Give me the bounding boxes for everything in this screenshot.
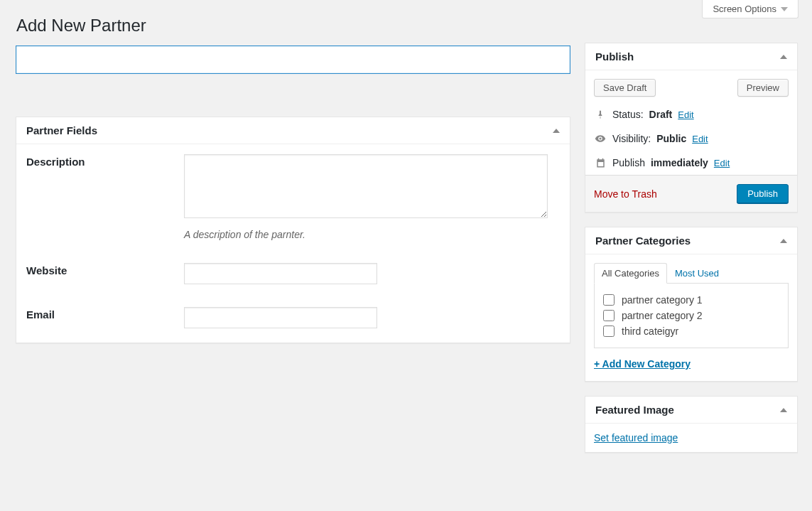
category-item[interactable]: partner category 1 xyxy=(603,292,779,308)
status-row: Status: Draft Edit xyxy=(585,102,797,127)
collapse-icon[interactable] xyxy=(553,129,560,133)
status-value: Draft xyxy=(649,109,673,120)
screen-options-label: Screen Options xyxy=(713,4,776,14)
collapse-icon[interactable] xyxy=(780,408,787,412)
move-to-trash-link[interactable]: Move to Trash xyxy=(594,188,657,200)
category-item[interactable]: partner category 2 xyxy=(603,308,779,323)
email-input[interactable] xyxy=(184,307,377,328)
preview-button[interactable]: Preview xyxy=(737,79,789,97)
category-label: partner category 2 xyxy=(622,310,703,321)
status-label: Status: xyxy=(612,109,644,120)
partner-fields-header: Partner Fields xyxy=(16,117,570,144)
visibility-row: Visibility: Public Edit xyxy=(585,127,797,151)
categories-tabs: All Categories Most Used xyxy=(585,254,797,284)
post-title-input[interactable] xyxy=(16,45,570,74)
partner-fields-heading: Partner Fields xyxy=(26,124,97,136)
featured-image-panel: Featured Image Set featured image xyxy=(585,396,798,453)
partner-fields-panel: Partner Fields Description A description… xyxy=(16,117,570,343)
categories-list: partner category 1 partner category 2 th… xyxy=(594,283,789,348)
category-checkbox[interactable] xyxy=(603,326,615,337)
chevron-down-icon xyxy=(781,7,788,11)
category-label: third cateigyr xyxy=(622,326,678,337)
schedule-value: immediately xyxy=(651,157,708,168)
publish-button[interactable]: Publish xyxy=(737,184,789,203)
collapse-icon[interactable] xyxy=(780,55,787,59)
screen-options-toggle[interactable]: Screen Options xyxy=(702,0,799,18)
pin-icon xyxy=(594,108,607,121)
visibility-value: Public xyxy=(656,133,686,144)
calendar-icon xyxy=(594,156,607,169)
category-checkbox[interactable] xyxy=(603,294,615,306)
email-label: Email xyxy=(26,307,184,328)
publish-header: Publish xyxy=(585,43,797,70)
featured-image-header: Featured Image xyxy=(585,397,797,424)
eye-icon xyxy=(594,132,607,145)
status-edit-link[interactable]: Edit xyxy=(678,109,693,120)
collapse-icon[interactable] xyxy=(780,239,787,243)
description-label: Description xyxy=(26,154,184,240)
description-textarea[interactable] xyxy=(184,154,548,218)
set-featured-image-link[interactable]: Set featured image xyxy=(585,424,797,452)
category-label: partner category 1 xyxy=(622,294,703,306)
tab-most-used[interactable]: Most Used xyxy=(667,263,727,284)
schedule-row: Publish immediately Edit xyxy=(585,151,797,175)
category-item[interactable]: third cateigyr xyxy=(603,323,779,339)
website-label: Website xyxy=(26,263,184,284)
category-checkbox[interactable] xyxy=(603,310,615,321)
publish-heading: Publish xyxy=(595,50,634,63)
visibility-label: Visibility: xyxy=(612,133,651,144)
tab-all-categories[interactable]: All Categories xyxy=(594,263,667,284)
categories-header: Partner Categories xyxy=(585,227,797,254)
add-new-category-link[interactable]: + Add New Category xyxy=(585,348,797,381)
visibility-edit-link[interactable]: Edit xyxy=(692,134,708,144)
description-help-text: A description of the parnter. xyxy=(184,229,548,240)
page-title: Add New Partner xyxy=(0,0,812,43)
website-input[interactable] xyxy=(184,263,377,284)
featured-image-heading: Featured Image xyxy=(595,404,674,416)
categories-panel: Partner Categories All Categories Most U… xyxy=(585,227,798,382)
schedule-label: Publish xyxy=(612,157,645,168)
save-draft-button[interactable]: Save Draft xyxy=(594,79,656,97)
publish-panel: Publish Save Draft Preview Status: Draft… xyxy=(585,43,798,213)
schedule-edit-link[interactable]: Edit xyxy=(714,158,730,168)
categories-heading: Partner Categories xyxy=(595,235,691,247)
